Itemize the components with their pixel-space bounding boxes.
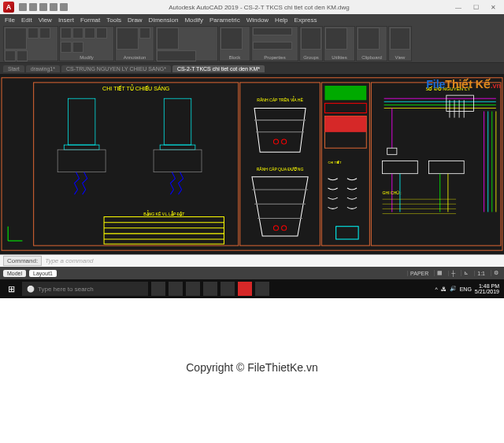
arc-icon[interactable]	[5, 50, 16, 61]
windows-taskbar: ⊞ ⚪ Type here to search ^ 🖧 🔊 ENG 1:48 P…	[0, 279, 504, 298]
snap-icon[interactable]: ┼	[448, 271, 458, 276]
start-button[interactable]: ⊞	[2, 281, 20, 297]
app-logo-icon[interactable]: A	[3, 2, 14, 13]
autocad-icon[interactable]	[238, 282, 252, 296]
move-icon[interactable]	[61, 28, 72, 39]
svg-rect-8	[154, 150, 202, 172]
task-view-icon[interactable]	[151, 282, 165, 296]
svg-text:CHI TIẾT: CHI TIẾT	[328, 161, 343, 165]
maximize-button[interactable]: ☐	[468, 2, 484, 13]
ltype-dd-icon[interactable]	[253, 42, 292, 50]
quick-access-toolbar	[19, 3, 68, 11]
svg-rect-7	[57, 150, 106, 172]
svg-text:RÃNH CÁP TRÊN VỈA HÈ: RÃNH CÁP TRÊN VỈA HÈ	[257, 96, 303, 102]
rotate-icon[interactable]	[84, 28, 95, 39]
menu-format[interactable]: Format	[80, 17, 100, 24]
tab-cs-2-t[interactable]: CS-2-T TKCS chi tiet cot den KM*	[172, 65, 265, 72]
ortho-icon[interactable]: ⊾	[461, 270, 471, 276]
tab-cs-trung[interactable]: CS-TRUNG NGUYEN LY CHIEU SANG*	[61, 65, 171, 72]
autocad-window: A Autodesk AutoCAD 2019 - CS-2-T TKCS ch…	[0, 0, 504, 279]
paper-toggle[interactable]: PAPER	[407, 271, 431, 276]
menu-parametric[interactable]: Parametric	[209, 17, 240, 24]
menu-draw[interactable]: Draw	[128, 17, 143, 24]
dim-icon[interactable]	[139, 28, 150, 39]
svg-text:GHI CHÚ :: GHI CHÚ :	[383, 190, 402, 195]
menu-tools[interactable]: Tools	[106, 17, 121, 24]
menu-dimension[interactable]: Dimension	[149, 17, 179, 24]
ribbon-label: Annotation	[117, 54, 153, 60]
menu-view[interactable]: View	[39, 17, 52, 24]
svg-rect-46	[387, 148, 397, 154]
trim-icon[interactable]	[61, 42, 72, 53]
tab-start[interactable]: Start	[3, 65, 24, 72]
qat-redo-icon[interactable]	[60, 3, 68, 11]
tray-net-icon[interactable]: 🖧	[441, 286, 447, 292]
menu-modify[interactable]: Modify	[184, 17, 203, 24]
model-tab[interactable]: Model	[3, 270, 26, 277]
tray-date[interactable]: 5/21/2019	[475, 289, 499, 294]
tab-drawing1[interactable]: drawing1*	[26, 65, 60, 72]
svg-rect-3	[68, 98, 95, 145]
svg-rect-15	[240, 83, 321, 245]
menu-help[interactable]: Help	[275, 17, 287, 24]
measure-icon[interactable]	[325, 28, 347, 50]
store-icon[interactable]	[186, 282, 200, 296]
paste-icon[interactable]	[358, 28, 380, 50]
gear-icon[interactable]: ⚙	[491, 270, 501, 276]
drawing-viewport[interactable]: FileThiết Kế.vn CHI TIẾT TỦ CHIẾU SÁNG	[0, 74, 504, 254]
window-controls: — ☐ ✕	[450, 2, 501, 13]
document-tabs: Start drawing1* CS-TRUNG NGUYEN LY CHIEU…	[0, 63, 504, 74]
scale-display[interactable]: 1:1	[474, 271, 487, 276]
svg-rect-29	[324, 103, 366, 113]
explorer-icon[interactable]	[169, 282, 183, 296]
menu-window[interactable]: Window	[246, 17, 269, 24]
qat-save-icon[interactable]	[39, 3, 47, 11]
qat-undo-icon[interactable]	[50, 3, 57, 11]
mirror-icon[interactable]	[96, 28, 107, 39]
color-dd-icon[interactable]	[253, 28, 292, 35]
layout-tab[interactable]: Layout1	[29, 270, 57, 277]
polyline-icon[interactable]	[28, 28, 39, 39]
taskbar-search[interactable]: ⚪ Type here to search	[22, 282, 148, 296]
tray-vol-icon[interactable]: 🔊	[450, 286, 457, 292]
window-title: Autodesk AutoCAD 2019 - CS-2-T TKCS chi …	[68, 4, 450, 11]
menu-edit[interactable]: Edit	[21, 17, 32, 24]
svg-rect-31	[324, 116, 366, 132]
ribbon-panel-block: Block	[219, 26, 250, 61]
circle-icon[interactable]	[39, 28, 50, 39]
ribbon-label: Properties	[253, 54, 297, 60]
command-line[interactable]: Command: Type a command	[0, 254, 504, 267]
line-tool-icon[interactable]	[5, 28, 27, 50]
copy-icon[interactable]	[72, 28, 83, 39]
search-placeholder: Type here to search	[38, 286, 94, 293]
scale-icon[interactable]	[72, 42, 83, 53]
menu-insert[interactable]: Insert	[58, 17, 74, 24]
edge-icon[interactable]	[203, 282, 217, 296]
svg-point-20	[282, 139, 287, 144]
qat-open-icon[interactable]	[29, 3, 37, 11]
excel-icon[interactable]	[220, 282, 235, 296]
menu-file[interactable]: File	[5, 17, 15, 24]
layer-dd-icon[interactable]	[157, 50, 196, 61]
svg-rect-34	[371, 83, 501, 245]
qat-new-icon[interactable]	[19, 3, 27, 11]
insert-block-icon[interactable]	[220, 28, 243, 50]
rect-icon[interactable]	[17, 50, 28, 61]
layer-props-icon[interactable]	[157, 28, 179, 50]
tray-lang[interactable]: ENG	[460, 286, 472, 292]
grid-icon[interactable]: ▦	[434, 270, 445, 276]
svg-text:BẢNG KÊ V.L LẮP ĐẶT: BẢNG KÊ V.L LẮP ĐẶT	[143, 210, 184, 216]
base-view-icon[interactable]	[390, 28, 410, 50]
search-icon: ⚪	[27, 286, 35, 293]
group-icon[interactable]	[301, 28, 321, 50]
text-icon[interactable]	[117, 28, 139, 50]
app-icon[interactable]	[255, 282, 269, 296]
tray-time[interactable]: 1:48 PM	[475, 283, 499, 289]
tray-up-icon[interactable]: ^	[435, 286, 437, 292]
close-button[interactable]: ✕	[485, 2, 501, 13]
command-input[interactable]: Type a command	[45, 257, 93, 264]
menu-express[interactable]: Express	[295, 17, 317, 24]
svg-rect-4	[164, 98, 191, 145]
minimize-button[interactable]: —	[450, 2, 466, 13]
ribbon-label: Modify	[61, 54, 113, 60]
